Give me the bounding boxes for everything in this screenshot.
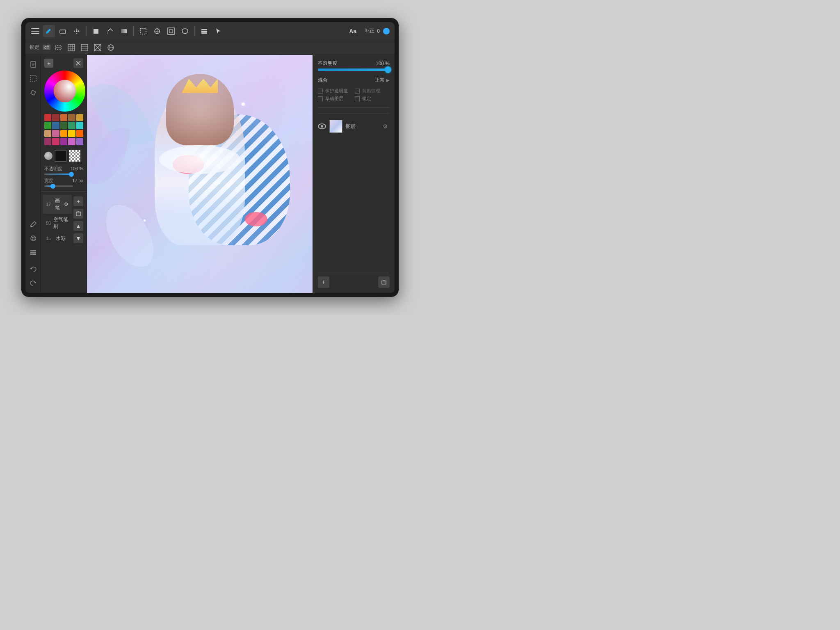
select-tool-button[interactable] [137, 25, 149, 37]
svg-rect-3 [121, 29, 127, 33]
opacity-slider[interactable] [318, 68, 390, 71]
color-swatch[interactable] [76, 114, 83, 121]
canvas-area[interactable] [87, 55, 313, 293]
brush-size-label: 宽度 [44, 178, 53, 184]
add-layer-button[interactable]: + [318, 276, 329, 288]
redo-icon[interactable] [27, 277, 39, 290]
lock-checkbox[interactable] [355, 96, 360, 101]
add-brush-button[interactable]: + [73, 196, 83, 206]
transform-tool-button[interactable] [165, 25, 177, 37]
color-swatch[interactable] [44, 114, 51, 121]
color-swatch[interactable] [60, 130, 67, 137]
color-wheel[interactable] [44, 71, 85, 112]
text-tool-button[interactable]: Aa [347, 25, 359, 37]
color-swatch[interactable] [44, 130, 51, 137]
clip-mask-checkbox[interactable] [355, 89, 360, 94]
pencil-tool-button[interactable] [43, 25, 55, 37]
brush-item-1[interactable]: 50 空气笔刷 [43, 214, 72, 233]
color-header: + [44, 58, 83, 68]
add-color-button[interactable]: + [44, 59, 53, 68]
svg-rect-12 [201, 32, 207, 34]
brush-opacity-slider[interactable] [44, 173, 73, 175]
color-swatch[interactable] [68, 122, 75, 129]
blend-label: 混合 [318, 77, 328, 84]
overlay-btn-2[interactable] [66, 42, 77, 53]
color-swatch[interactable] [60, 138, 67, 145]
layer-visibility-toggle[interactable] [318, 123, 326, 129]
color-swatch[interactable] [52, 122, 59, 129]
blend-row: 混合 正常 ▶ [318, 77, 390, 84]
delete-layer-button[interactable] [378, 276, 390, 288]
off-badge[interactable]: off [43, 45, 50, 50]
undo-icon[interactable] [27, 263, 39, 276]
overlay-btn-3[interactable] [79, 42, 90, 53]
protect-opacity-checkbox-row: 保护透明度 [318, 88, 353, 94]
brush-num-2: 15 [46, 236, 56, 241]
move-tool-button[interactable] [71, 25, 83, 37]
color-swatch[interactable] [60, 122, 67, 129]
color-swatch[interactable] [52, 130, 59, 137]
color-swatch[interactable] [76, 122, 83, 129]
blend-mode-selector[interactable]: 正常 ▶ [375, 77, 390, 84]
color-wheel-inner[interactable] [54, 80, 76, 103]
brush-item-2[interactable]: 15 水彩 [43, 233, 72, 244]
overlay-btn-5[interactable] [105, 42, 116, 53]
overlay-btn-1[interactable] [53, 42, 64, 53]
layers-tool-button[interactable] [198, 25, 210, 37]
palette-icon[interactable] [27, 232, 39, 244]
erase-icon[interactable] [27, 86, 39, 98]
brush-item-0[interactable]: 17 画笔 ⚙ [43, 195, 72, 214]
color-swatch[interactable] [52, 138, 59, 145]
protect-opacity-checkbox[interactable] [318, 89, 323, 94]
new-file-icon[interactable] [27, 58, 39, 71]
correction-section: 补正 0 [365, 27, 390, 35]
draft-layer-checkbox[interactable] [318, 96, 323, 101]
svg-rect-38 [30, 252, 36, 253]
color-swatch[interactable] [60, 114, 67, 121]
move-brush-down-button[interactable]: ▼ [73, 233, 83, 243]
color-swatch[interactable] [68, 130, 75, 137]
svg-rect-9 [169, 30, 173, 33]
move-brush-up-button[interactable]: ▲ [73, 221, 83, 231]
brush-size-slider[interactable] [44, 185, 73, 187]
menu-button[interactable] [30, 25, 41, 37]
color-swatch[interactable] [76, 138, 83, 145]
layer-settings-button[interactable]: ⚙ [381, 122, 390, 131]
svg-rect-14 [68, 44, 75, 51]
color-swatch[interactable] [52, 114, 59, 121]
color-swatch[interactable] [76, 130, 83, 137]
foreground-color-swatch[interactable] [55, 150, 66, 162]
color-circle-btn[interactable] [44, 152, 52, 160]
eyedrop-tool-button[interactable] [151, 25, 163, 37]
brush-settings-btn-0[interactable]: ⚙ [64, 201, 68, 207]
svg-rect-8 [168, 28, 174, 34]
overlay-btn-4[interactable] [92, 42, 103, 53]
correction-knob[interactable] [382, 27, 390, 35]
opacity-row: 不透明度 100 % [318, 60, 390, 67]
color-swatch[interactable] [68, 138, 75, 145]
delete-brush-button[interactable] [73, 209, 83, 219]
color-swatch[interactable] [44, 138, 51, 145]
color-swatch[interactable] [68, 114, 75, 121]
svg-rect-19 [81, 44, 88, 51]
second-toolbar: 锁定 off [25, 40, 395, 55]
lasso-tool-button[interactable] [179, 25, 191, 37]
lock-label: 锁定 [30, 44, 39, 51]
lock-checkbox-row: 锁定 [355, 96, 390, 102]
layers-icon[interactable] [27, 246, 39, 258]
selection-icon[interactable] [27, 72, 39, 84]
main-area: + [25, 55, 395, 293]
svg-rect-2 [94, 29, 98, 34]
background-color-swatch[interactable] [69, 150, 80, 162]
delete-color-button[interactable] [73, 58, 83, 68]
canvas-artwork [87, 55, 313, 293]
blend-mode-value: 正常 [375, 77, 385, 84]
gradient-tool-button[interactable] [118, 25, 130, 37]
eraser-tool-button[interactable] [57, 25, 69, 37]
brush-icon[interactable] [27, 218, 39, 231]
sidebar-content: + [41, 55, 87, 293]
color-swatch[interactable] [44, 122, 51, 129]
shape-tool-button[interactable] [90, 25, 102, 37]
fill-tool-button[interactable] [104, 25, 116, 37]
cursor-tool-button[interactable] [212, 25, 224, 37]
